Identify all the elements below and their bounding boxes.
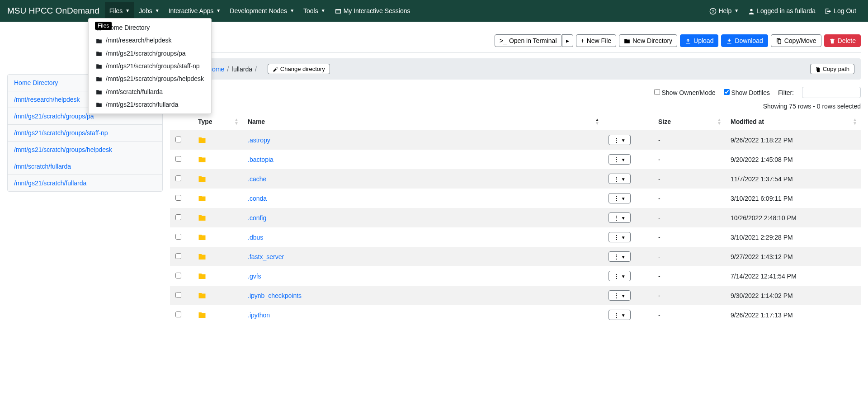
nav-help[interactable]: ? Help ▼ [705,1,743,20]
nav-label: Tools [303,7,318,14]
copy-path-button[interactable]: Copy path [810,64,854,74]
nav-logged-in-as-fullarda[interactable]: Logged in as fullarda [743,1,820,20]
file-size: - [653,305,725,325]
dropdown-item[interactable]: /mnt/gs21/scratch/groups/helpdesk [89,72,211,85]
new-directory-button[interactable]: New Directory [619,34,677,47]
sidebar-item[interactable]: /mnt/gs21/scratch/groups/staff-np [8,125,162,142]
row-actions-button[interactable]: ⋮ ▼ [609,154,631,165]
upload-icon [685,37,691,44]
row-checkbox[interactable] [175,311,181,317]
show-dotfiles-checkbox[interactable] [724,89,730,95]
show-dotfiles-toggle[interactable]: Show Dotfiles [724,89,770,96]
nav-tools[interactable]: Tools▼ [299,2,330,20]
svg-text:?: ? [712,9,714,14]
sidebar-item[interactable]: /mnt/gs21/scratch/groups/helpdesk [8,142,162,158]
delete-button[interactable]: Delete [824,34,861,47]
file-name-link[interactable]: .dbus [248,234,263,241]
file-name-link[interactable]: .conda [248,195,267,202]
download-button[interactable]: Download [721,34,768,47]
folder-icon [96,101,102,108]
type-header-label: Type [198,118,212,125]
change-directory-button[interactable]: Change directory [268,64,330,74]
user-icon [748,7,755,14]
sort-icon: ▲▼ [853,118,857,125]
row-actions-button[interactable]: ⋮ ▼ [609,212,631,223]
row-checkbox[interactable] [175,292,181,298]
show-owner-toggle[interactable]: Show Owner/Mode [654,89,716,96]
row-checkbox[interactable] [175,273,181,278]
row-actions-button[interactable]: ⋮ ▼ [609,232,631,242]
row-actions-button[interactable]: ⋮ ▼ [609,271,631,281]
sidebar-item[interactable]: /mnt/gs21/scratch/fullarda [8,175,162,191]
nav-label: My Interactive Sessions [344,7,410,14]
folder-icon [198,194,206,202]
table-row: .bactopia⋮ ▼-9/20/2022 1:45:08 PM [170,150,861,169]
help-icon: ? [709,7,717,14]
nav-label: Development Nodes [230,7,287,14]
file-name-link[interactable]: .ipynb_checkpoints [248,292,302,299]
row-checkbox[interactable] [175,137,181,142]
file-modified: 3/10/2021 2:29:28 PM [725,227,861,247]
file-modified: 3/10/2021 6:09:11 PM [725,189,861,208]
dropdown-item[interactable]: /mnt/scratch/fullarda [89,85,211,98]
file-size: - [653,286,725,305]
file-name-link[interactable]: .bactopia [248,156,274,163]
row-checkbox[interactable] [175,214,181,220]
row-actions-button[interactable]: ⋮ ▼ [609,193,631,203]
dropdown-item[interactable]: /mnt/research/helpdesk [89,34,211,47]
row-checkbox[interactable] [175,234,181,240]
nav-log-out[interactable]: Log Out [820,1,861,20]
sidebar-item[interactable]: /mnt/scratch/fullarda [8,158,162,175]
nav-development-nodes[interactable]: Development Nodes▼ [225,2,299,20]
folder-icon [96,62,102,70]
nav-jobs[interactable]: Jobs▼ [134,2,164,20]
filter-input[interactable] [802,87,861,98]
copy-move-button[interactable]: Copy/Move [771,34,821,47]
brand[interactable]: MSU HPCC OnDemand [7,6,99,16]
row-checkbox[interactable] [175,195,181,201]
nav-interactive-apps[interactable]: Interactive Apps▼ [164,2,226,20]
file-name-link[interactable]: .config [248,214,266,222]
file-name-link[interactable]: .gvfs [248,273,261,280]
nav-my-interactive-sessions[interactable]: My Interactive Sessions [330,1,415,20]
nav-label: Logged in as fullarda [757,7,816,14]
row-checkbox[interactable] [175,175,181,181]
col-size[interactable]: Size ▲▼ [653,113,725,130]
file-name-link[interactable]: .astropy [248,137,270,144]
new-file-label: New File [587,37,611,44]
upload-button[interactable]: Upload [680,34,718,47]
dropdown-item[interactable]: /mnt/gs21/scratch/groups/staff-np [89,60,211,72]
file-name-link[interactable]: .cache [248,175,266,183]
caret-icon: ▼ [734,8,739,13]
row-actions-button[interactable]: ⋮ ▼ [609,310,631,320]
file-name-link[interactable]: .ipython [248,311,270,319]
new-file-button[interactable]: + New File [576,34,617,47]
file-name-link[interactable]: .fastx_server [248,253,284,260]
row-checkbox[interactable] [175,253,181,259]
navbar: MSU HPCC OnDemand Files▼Jobs▼Interactive… [0,0,868,22]
dropdown-item[interactable]: /mnt/gs21/scratch/fullarda [89,98,211,111]
col-name[interactable]: Name ▲▼ [242,113,603,130]
file-size: - [653,247,725,266]
table-row: .astropy⋮ ▼-9/26/2022 1:18:22 PM [170,130,861,150]
separator: / [227,66,229,73]
row-actions-button[interactable]: ⋮ ▼ [609,135,631,145]
open-terminal-button[interactable]: >_ Open in Terminal [495,34,562,47]
row-actions-button[interactable]: ⋮ ▼ [609,174,631,184]
folder-icon [96,88,102,95]
row-checkbox[interactable] [175,156,181,162]
dropdown-label: /mnt/gs21/scratch/groups/helpdesk [106,75,204,82]
logout-icon [825,7,832,14]
open-terminal-caret[interactable]: ▸ [562,34,573,47]
col-type[interactable]: Type ▲▼ [193,113,242,130]
table-row: .dbus⋮ ▼-3/10/2021 2:29:28 PM [170,227,861,247]
nav-files[interactable]: Files▼ [105,2,134,20]
show-owner-checkbox[interactable] [654,89,660,95]
file-size: - [653,208,725,227]
dropdown-item[interactable]: /mnt/gs21/scratch/groups/pa [89,47,211,60]
col-modified[interactable]: Modified at ▲▼ [725,113,861,130]
file-modified: 9/30/2022 1:14:02 PM [725,286,861,305]
row-actions-button[interactable]: ⋮ ▼ [609,290,631,301]
row-actions-button[interactable]: ⋮ ▼ [609,251,631,262]
table-row: .cache⋮ ▼-11/7/2022 1:37:54 PM [170,169,861,189]
